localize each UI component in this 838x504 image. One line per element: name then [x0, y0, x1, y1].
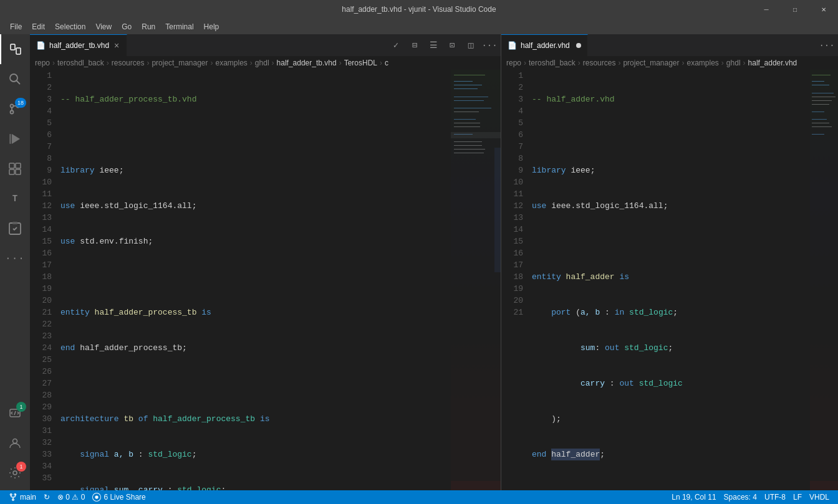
svg-rect-30: [454, 141, 482, 142]
menu-edit[interactable]: Edit: [27, 21, 50, 32]
eol-item[interactable]: LF: [789, 490, 806, 504]
menu-file[interactable]: File: [5, 21, 27, 32]
close-button[interactable]: ✕: [809, 0, 838, 19]
svg-marker-7: [12, 134, 20, 144]
breadcrumb-file[interactable]: half_adder_tb.vhd: [277, 59, 337, 67]
position-item[interactable]: Ln 19, Col 11: [668, 490, 720, 504]
run-debug-icon[interactable]: [0, 124, 30, 154]
code-line-1: -- half_adder_process_tb.vhd: [60, 93, 451, 105]
account-icon[interactable]: [0, 428, 30, 458]
breadcrumb-repo[interactable]: repo: [35, 59, 50, 67]
explorer-icon[interactable]: [0, 34, 30, 64]
svg-rect-34: [451, 132, 501, 138]
layout-button[interactable]: ◫: [462, 37, 479, 54]
right-tab-active[interactable]: 📄 half_adder.vhd: [501, 34, 588, 56]
settings-badge: 1: [16, 462, 26, 472]
view-split-button[interactable]: ☰: [425, 37, 442, 54]
errors-item[interactable]: ⊗ 0 ⚠ 0: [54, 490, 89, 504]
language-item[interactable]: VHDL: [806, 490, 833, 504]
breadcrumb-project-manager[interactable]: project_manager: [152, 59, 208, 67]
more-icon[interactable]: ···: [0, 244, 30, 273]
svg-rect-42: [812, 100, 832, 101]
minimize-button[interactable]: ─: [752, 0, 781, 19]
live-share-item[interactable]: 6 Live Share: [89, 490, 149, 504]
branch-item[interactable]: main: [5, 490, 40, 504]
testing-icon[interactable]: [0, 214, 30, 244]
spaces-item[interactable]: Spaces: 4: [720, 490, 761, 504]
settings-icon[interactable]: 1: [0, 458, 30, 488]
menu-view[interactable]: View: [90, 21, 117, 32]
r-code-line-12: [532, 484, 810, 490]
breadcrumb-c[interactable]: c: [385, 59, 388, 67]
remote-icon[interactable]: 1: [0, 398, 30, 428]
svg-rect-20: [454, 85, 482, 85]
right-breadcrumb-resources[interactable]: resources: [583, 59, 616, 67]
svg-rect-28: [454, 126, 480, 127]
right-more-button[interactable]: ···: [818, 37, 836, 54]
left-code-content[interactable]: 12345 678910 1112131415 161718 ●19 20212…: [30, 70, 501, 490]
svg-point-49: [95, 495, 99, 498]
right-breadcrumb-ghdl[interactable]: ghdl: [726, 59, 741, 67]
r-code-line-1: -- half_adder.vhd: [532, 93, 810, 105]
breadcrumb-examples[interactable]: examples: [216, 59, 248, 67]
svg-rect-37: [812, 75, 831, 75]
more-actions-button[interactable]: ···: [481, 37, 498, 54]
right-breadcrumb-pm[interactable]: project_manager: [623, 59, 679, 67]
menu-go[interactable]: Go: [117, 21, 137, 32]
svg-rect-33: [454, 153, 484, 153]
breadcrumb-resources[interactable]: resources: [112, 59, 145, 67]
svg-rect-40: [812, 93, 834, 93]
menu-run[interactable]: Run: [137, 21, 160, 32]
check-button[interactable]: ✓: [387, 37, 405, 54]
main-layout: 18 T ··· 1 1: [0, 34, 838, 490]
right-code-lines[interactable]: -- half_adder.vhd library ieee; use ieee…: [529, 70, 810, 490]
left-tab-close[interactable]: ×: [113, 40, 120, 50]
left-code-lines[interactable]: -- half_adder_process_tb.vhd library iee…: [58, 70, 451, 490]
breadcrumb-teroshdl-back[interactable]: teroshdl_back: [57, 59, 104, 67]
svg-rect-41: [812, 97, 836, 97]
menu-help[interactable]: Help: [199, 21, 224, 32]
menu-selection[interactable]: Selection: [50, 21, 90, 32]
extensions-icon[interactable]: [0, 154, 30, 184]
code-line-11: signal a, b : std_logic;: [60, 449, 451, 460]
source-control-icon[interactable]: 18: [0, 94, 30, 124]
encoding-item[interactable]: UTF-8: [761, 490, 789, 504]
svg-point-6: [11, 111, 14, 114]
right-breadcrumb-examples[interactable]: examples: [687, 59, 719, 67]
svg-rect-23: [454, 100, 484, 101]
right-code-content[interactable]: 12345 6789 ●10 1112131415 1617181920 21 …: [501, 70, 838, 490]
group-into-button[interactable]: ⊡: [443, 37, 461, 54]
svg-point-4: [11, 105, 14, 108]
sync-item[interactable]: ↻: [40, 490, 54, 504]
code-line-4: use ieee.std_logic_1164.all;: [60, 200, 451, 212]
breadcrumb-ghdl[interactable]: ghdl: [255, 59, 269, 67]
teroshdl-icon[interactable]: T: [0, 184, 30, 214]
statusbar: main ↻ ⊗ 0 ⚠ 0 6 Live Share Ln 19, Col 1…: [0, 490, 838, 504]
svg-rect-47: [812, 126, 832, 127]
code-line-8: end half_adder_process_tb;: [60, 342, 451, 354]
right-breadcrumb-teroshdl[interactable]: teroshdl_back: [529, 59, 576, 67]
r-code-line-10: );: [532, 413, 810, 425]
breadcrumb-teroshdl[interactable]: TerosHDL: [344, 59, 377, 67]
svg-rect-39: [812, 85, 829, 85]
svg-rect-31: [454, 145, 482, 146]
svg-rect-46: [812, 123, 829, 123]
svg-point-2: [10, 74, 17, 82]
svg-rect-13: [12, 222, 17, 224]
menu-terminal[interactable]: Terminal: [160, 21, 198, 32]
code-line-10: architecture tb of half_adder_process_tb…: [60, 413, 451, 425]
svg-rect-24: [454, 108, 491, 108]
language-text: VHDL: [809, 493, 829, 502]
right-breadcrumb-repo[interactable]: repo: [506, 59, 521, 67]
search-icon[interactable]: [0, 64, 30, 94]
left-editor-group: 📄 half_adder_tb.vhd × ✓ ⊟ ☰ ⊡ ◫ ···: [30, 34, 501, 490]
left-tab-active[interactable]: 📄 half_adder_tb.vhd ×: [30, 34, 127, 56]
svg-line-3: [17, 81, 21, 85]
svg-rect-43: [812, 104, 829, 105]
split-editor-button[interactable]: ⊟: [406, 37, 423, 54]
r-code-line-11: end half_adder;: [532, 449, 810, 460]
maximize-button[interactable]: □: [781, 0, 809, 19]
left-breadcrumb: repo › teroshdl_back › resources › proje…: [30, 56, 501, 70]
svg-point-15: [13, 439, 17, 444]
right-breadcrumb-file[interactable]: half_adder.vhd: [748, 59, 797, 67]
